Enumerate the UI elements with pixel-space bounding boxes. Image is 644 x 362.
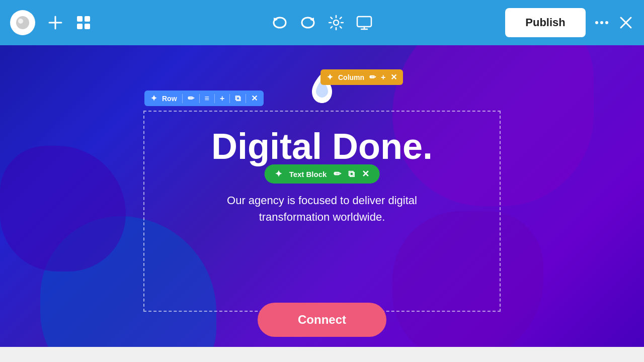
preview-button[interactable]	[356, 15, 372, 31]
row-divider-5	[246, 94, 246, 103]
toolbar: Publish	[0, 0, 644, 45]
add-button[interactable]	[47, 15, 63, 31]
close-button[interactable]	[618, 15, 634, 31]
column-close-icon[interactable]: ✕	[390, 72, 397, 82]
text-block-label: Text Block	[289, 170, 327, 178]
svg-rect-7	[85, 24, 90, 29]
svg-point-16	[605, 21, 608, 24]
row-divider-1	[182, 94, 183, 103]
svg-rect-11	[357, 17, 371, 27]
canvas-area: ✦ Row ✏ ≡ + ⧉ ✕ ✦ Column ✏ + ✕ Digital D…	[0, 45, 644, 362]
sub-text-line1: Our agency is focused to deliver digital	[144, 192, 500, 209]
row-add-icon[interactable]: +	[220, 94, 224, 103]
svg-point-14	[595, 21, 598, 24]
column-toolbar: ✦ Column ✏ + ✕	[320, 69, 403, 85]
row-label: Row	[162, 95, 177, 103]
undo-button[interactable]	[272, 15, 288, 31]
selected-content-area[interactable]: ✦ Row ✏ ≡ + ⧉ ✕ ✦ Column ✏ + ✕ Digital D…	[143, 111, 501, 312]
row-menu-icon[interactable]: ≡	[205, 94, 209, 103]
row-close-icon[interactable]: ✕	[251, 94, 258, 103]
row-divider-4	[229, 94, 230, 103]
connect-button[interactable]: Connect	[258, 303, 386, 337]
column-label: Column	[338, 73, 364, 81]
column-edit-icon[interactable]: ✏	[369, 72, 376, 82]
svg-point-1	[18, 19, 23, 24]
svg-rect-5	[85, 16, 90, 22]
svg-rect-4	[77, 16, 83, 22]
sub-text: Our agency is focused to deliver digital…	[144, 192, 500, 225]
bg-blob-indigo	[0, 146, 126, 272]
svg-point-15	[600, 21, 603, 24]
toolbar-center	[272, 15, 372, 31]
logo-icon[interactable]	[10, 10, 35, 35]
bottom-bar	[0, 347, 644, 362]
toolbar-right: Publish	[505, 8, 634, 37]
text-block-close-icon[interactable]: ✕	[362, 168, 369, 179]
publish-button[interactable]: Publish	[505, 8, 586, 37]
text-block-copy-icon[interactable]: ⧉	[348, 169, 355, 179]
layout-icon[interactable]	[75, 15, 92, 31]
row-divider-2	[199, 94, 200, 103]
svg-point-10	[334, 20, 339, 25]
toolbar-left	[10, 10, 495, 35]
settings-button[interactable]	[328, 15, 344, 31]
column-move-icon[interactable]: ✦	[327, 72, 333, 82]
more-button[interactable]	[594, 15, 610, 31]
row-move-icon[interactable]: ✦	[150, 94, 157, 103]
row-edit-icon[interactable]: ✏	[188, 94, 194, 103]
row-copy-icon[interactable]: ⧉	[235, 94, 240, 103]
redo-button[interactable]	[300, 15, 316, 31]
row-divider-3	[214, 94, 215, 103]
text-block-edit-icon[interactable]: ✏	[334, 168, 341, 179]
sub-text-line2: transformation worldwide.	[144, 209, 500, 225]
text-block-move-icon[interactable]: ✦	[275, 168, 282, 179]
svg-rect-6	[77, 24, 83, 29]
column-add-icon[interactable]: +	[381, 73, 385, 82]
text-block-toolbar: ✦ Text Block ✏ ⧉ ✕	[265, 164, 380, 184]
main-heading: Digital Done.	[144, 127, 500, 166]
row-toolbar: ✦ Row ✏ ≡ + ⧉ ✕ ✦ Column ✏ + ✕	[144, 90, 264, 106]
